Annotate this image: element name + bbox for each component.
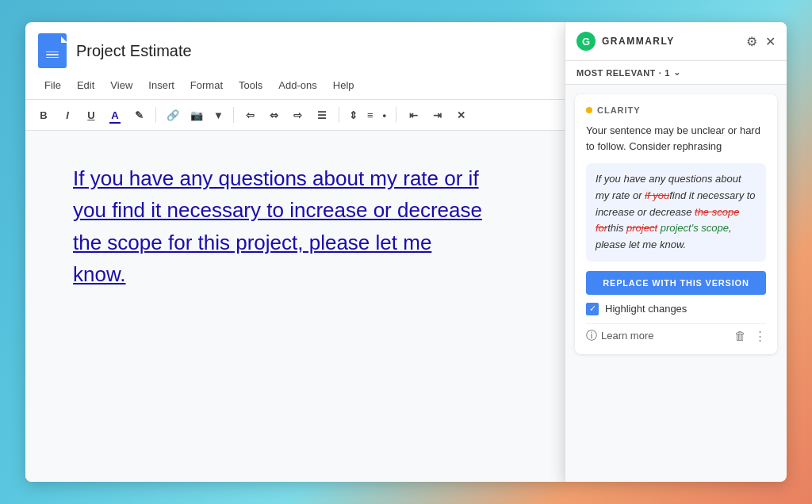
menu-edit[interactable]: Edit — [71, 76, 101, 94]
question-icon: ⓘ — [586, 329, 597, 343]
docs-header: Project Estimate File Edit View Insert F… — [25, 22, 565, 100]
toolbar-divider-3 — [339, 107, 339, 123]
menu-view[interactable]: View — [104, 76, 139, 94]
suggestion-description: Your sentence may be unclear or hard to … — [586, 123, 766, 154]
main-container: Project Estimate File Edit View Insert F… — [25, 22, 787, 482]
grammarly-name: GRAMMARLY — [602, 36, 675, 47]
clarity-dot — [586, 107, 592, 113]
grammarly-filter[interactable]: MOST RELEVANT · 1 ⌄ — [565, 61, 787, 85]
grammarly-header-icons: ⚙ ✕ — [746, 34, 776, 49]
replace-btn[interactable]: REPLACE WITH THIS VERSION — [586, 271, 766, 295]
menu-file[interactable]: File — [38, 76, 67, 94]
filter-label: MOST RELEVANT — [576, 68, 656, 78]
clear-format-button[interactable]: ✕ — [450, 105, 471, 125]
highlight-button[interactable]: ✎ — [128, 105, 149, 125]
menu-help[interactable]: Help — [327, 76, 361, 94]
menu-tools[interactable]: Tools — [232, 76, 269, 94]
link-button[interactable]: 🔗 — [163, 105, 183, 125]
footer-icons: 🗑 ⋮ — [734, 329, 766, 343]
clarity-label-row: CLARITY — [586, 105, 766, 115]
docs-content: If you have any questions about my rate … — [25, 131, 565, 482]
clarity-label-text: CLARITY — [597, 105, 641, 115]
image-button[interactable]: 📷 — [186, 105, 207, 125]
toolbar-divider-2 — [233, 107, 234, 123]
docs-title-row: Project Estimate — [38, 33, 552, 68]
list-button[interactable]: ≡ — [364, 105, 377, 125]
docs-menu: File Edit View Insert Format Tools Add-o… — [38, 73, 552, 99]
bullet-list-button[interactable]: • — [379, 105, 389, 125]
more-options-icon[interactable]: ⋮ — [754, 329, 766, 343]
menu-format[interactable]: Format — [184, 76, 229, 94]
suggestion-card: CLARITY Your sentence may be unclear or … — [575, 94, 777, 354]
italic-button[interactable]: I — [57, 105, 78, 125]
align-center-button[interactable]: ⇔ — [264, 105, 285, 125]
highlight-label: Highlight changes — [605, 303, 687, 315]
docs-icon-line-3 — [46, 57, 59, 58]
checkmark-icon: ✓ — [589, 304, 596, 313]
align-right-button[interactable]: ⇨ — [288, 105, 308, 125]
close-icon[interactable]: ✕ — [765, 34, 776, 49]
filter-count: 1 — [665, 68, 670, 78]
delete-icon[interactable]: 🗑 — [734, 329, 746, 342]
learn-more-text: Learn more — [601, 330, 653, 342]
highlight-checkbox[interactable]: ✓ — [586, 303, 599, 315]
docs-panel: Project Estimate File Edit View Insert F… — [25, 22, 565, 482]
document-body-text: If you have any questions about my rate … — [73, 162, 485, 290]
docs-icon-line-2 — [46, 54, 59, 55]
learn-more-link[interactable]: ⓘ Learn more — [586, 329, 653, 343]
decrease-indent-button[interactable]: ⇤ — [403, 105, 423, 125]
font-color-button[interactable]: A — [105, 105, 125, 125]
filter-separator: · — [659, 68, 662, 78]
preview-part3: this — [607, 222, 626, 234]
card-footer: ⓘ Learn more 🗑 ⋮ — [586, 323, 766, 343]
preview-strikethrough3: project — [626, 222, 657, 234]
chevron-down-icon: ⌄ — [673, 67, 681, 78]
toolbar-divider-1 — [155, 107, 156, 123]
menu-addons[interactable]: Add-ons — [272, 76, 323, 94]
menu-insert[interactable]: Insert — [142, 76, 181, 94]
align-justify-button[interactable]: ☰ — [312, 105, 332, 125]
underline-button[interactable]: U — [81, 105, 102, 125]
docs-toolbar: B I U A ✎ 🔗 📷 ▼ ⇦ ⇔ ⇨ ☰ ⇕ ≡ • ⇤ ⇥ ✕ — [25, 100, 565, 131]
grammarly-body: CLARITY Your sentence may be unclear or … — [565, 85, 787, 482]
preview-new-text: project's scope — [657, 222, 729, 234]
line-spacing-button[interactable]: ⇕ — [346, 105, 361, 125]
align-left-button[interactable]: ⇦ — [240, 105, 261, 125]
document-title: Project Estimate — [76, 42, 192, 60]
toolbar-divider-4 — [396, 107, 396, 123]
more-button[interactable]: ▼ — [210, 105, 227, 125]
grammarly-g-icon: G — [576, 32, 596, 51]
increase-indent-button[interactable]: ⇥ — [427, 105, 447, 125]
highlight-row: ✓ Highlight changes — [586, 303, 766, 315]
preview-strikethrough1: if you — [645, 189, 669, 201]
suggestion-preview: If you have any questions about my rate … — [586, 163, 766, 262]
docs-icon-line — [46, 52, 59, 52]
settings-icon[interactable]: ⚙ — [746, 34, 757, 49]
bold-button[interactable]: B — [33, 105, 54, 125]
docs-icon-inner — [46, 44, 59, 58]
grammarly-logo: G GRAMMARLY — [576, 32, 675, 51]
grammarly-header: G GRAMMARLY ⚙ ✕ — [565, 22, 787, 61]
docs-icon — [38, 33, 67, 68]
grammarly-panel: G GRAMMARLY ⚙ ✕ MOST RELEVANT · 1 ⌄ CLAR… — [565, 22, 787, 482]
